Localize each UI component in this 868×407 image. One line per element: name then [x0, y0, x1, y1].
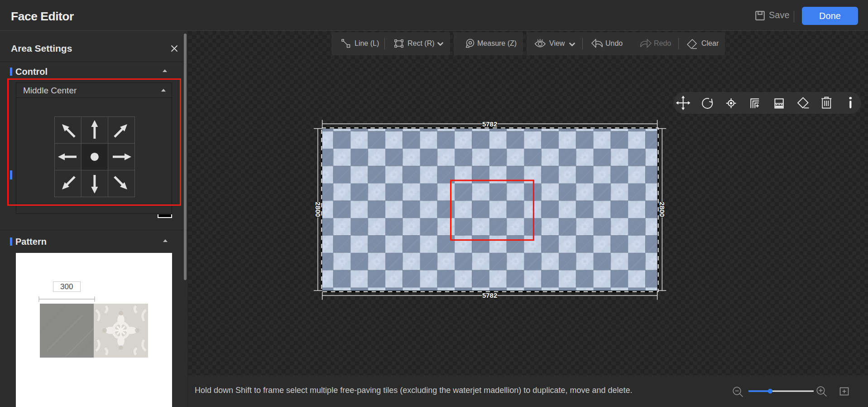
svg-text:2800: 2800: [658, 202, 666, 217]
svg-text:5782: 5782: [482, 120, 497, 128]
svg-text:5782: 5782: [482, 291, 497, 299]
svg-text:2800: 2800: [314, 202, 322, 217]
